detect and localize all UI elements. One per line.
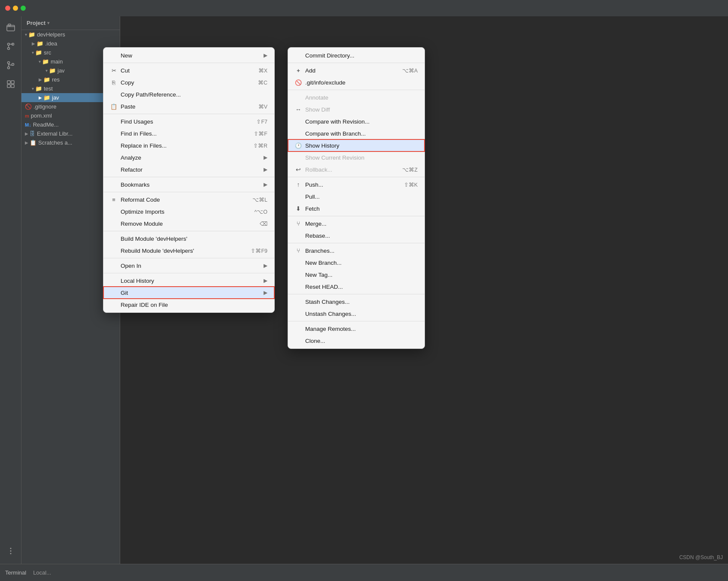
git-menu-pull[interactable]: Pull... <box>288 191 425 203</box>
add-icon: + <box>295 67 302 74</box>
menu-item-reformat[interactable]: ≡ Reformat Code ⌥⌘L <box>103 194 274 206</box>
menu-item-optimize[interactable]: Optimize Imports ^⌥O <box>103 206 274 218</box>
menu-item-find-files[interactable]: Find in Files... ⇧⌘F <box>103 127 274 139</box>
replace-files-icon <box>110 142 117 149</box>
local-history-icon <box>110 277 117 284</box>
top-bar <box>0 0 728 16</box>
menu-item-remove-module[interactable]: Remove Module ⌫ <box>103 218 274 230</box>
separator <box>288 90 425 90</box>
menu-label: Analyze <box>121 154 141 161</box>
menu-label: Branches... <box>305 248 334 254</box>
minimize-button[interactable] <box>13 6 18 11</box>
git-menu-unstash[interactable]: Unstash Changes... <box>288 308 425 320</box>
git-menu-commit-dir[interactable]: Commit Directory... <box>288 49 425 61</box>
sidebar-more-icon[interactable] <box>5 545 17 557</box>
submenu-arrow: ▶ <box>264 278 267 284</box>
git-menu-new-branch[interactable]: New Branch... <box>288 257 425 269</box>
sidebar-git-icon[interactable] <box>5 40 17 52</box>
git-menu-show-diff[interactable]: ↔ Show Diff <box>288 103 425 115</box>
tree-label: .gitignore <box>33 103 56 110</box>
shortcut: ^⌥O <box>254 209 267 215</box>
menu-item-bookmarks[interactable]: Bookmarks ▶ <box>103 179 274 191</box>
new-icon <box>110 52 117 59</box>
sidebar-plugins-icon[interactable] <box>5 78 17 90</box>
menu-item-paste[interactable]: 📋 Paste ⌘V <box>103 100 274 112</box>
stash-icon <box>295 298 302 305</box>
push-icon: ↑ <box>295 181 302 188</box>
svg-point-4 <box>7 48 9 50</box>
menu-label: Commit Directory... <box>305 52 355 59</box>
bottom-tab-local[interactable]: Local... <box>33 569 51 576</box>
menu-item-local-history[interactable]: Local History ▶ <box>103 275 274 287</box>
git-menu-manage-remotes[interactable]: Manage Remotes... <box>288 323 425 335</box>
git-menu-branches[interactable]: ⑂ Branches... <box>288 245 425 257</box>
tree-label: test <box>44 85 53 92</box>
separator <box>288 63 425 63</box>
shortcut: ⇧F7 <box>256 118 267 125</box>
git-menu-push[interactable]: ↑ Push... ⇧⌘K <box>288 179 425 191</box>
git-menu-show-history[interactable]: 🕐 Show History <box>288 139 425 151</box>
menu-item-copy[interactable]: ⎘ Copy ⌘C <box>103 76 274 88</box>
menu-item-repair-ide[interactable]: Repair IDE on File <box>103 299 274 311</box>
manage-remotes-icon <box>295 325 302 332</box>
git-menu-rebase[interactable]: Rebase... <box>288 230 425 242</box>
menu-label: Stash Changes... <box>305 299 350 305</box>
menu-item-build-module[interactable]: Build Module 'devHelpers' <box>103 233 274 245</box>
project-header[interactable]: Project ▾ <box>21 16 120 30</box>
menu-item-copy-path[interactable]: Copy Path/Reference... <box>103 88 274 100</box>
git-menu-rollback[interactable]: ↩ Rollback... ⌥⌘Z <box>288 163 425 176</box>
menu-item-rebuild-module[interactable]: Rebuild Module 'devHelpers' ⇧⌘F9 <box>103 245 274 257</box>
tree-label: Scratches a... <box>38 139 72 146</box>
svg-point-2 <box>7 43 9 45</box>
tree-label: jav <box>52 94 59 101</box>
git-menu-reset-head[interactable]: Reset HEAD... <box>288 281 425 293</box>
menu-label: Compare with Revision... <box>305 118 370 125</box>
submenu-arrow: ▶ <box>264 154 267 160</box>
git-menu-new-tag[interactable]: New Tag... <box>288 269 425 281</box>
git-menu-stash[interactable]: Stash Changes... <box>288 296 425 308</box>
shortcut: ⌥⌘A <box>402 67 418 74</box>
menu-item-analyze[interactable]: Analyze ▶ <box>103 151 274 163</box>
svg-point-6 <box>7 67 9 69</box>
menu-item-cut[interactable]: ✂ Cut ⌘X <box>103 64 274 76</box>
separator <box>103 231 274 231</box>
bottom-tab-terminal[interactable]: Terminal <box>5 569 26 576</box>
tree-item-devhelpers[interactable]: ▾ 📁 devHelpers <box>21 30 120 39</box>
menu-label: Repair IDE on File <box>121 302 168 308</box>
separator <box>103 258 274 258</box>
git-menu-merge[interactable]: ⑂ Merge... <box>288 218 425 230</box>
tree-label: External Libr... <box>37 130 73 137</box>
tree-item-idea[interactable]: ▶ 📁 .idea <box>21 39 120 48</box>
traffic-lights <box>5 6 26 11</box>
git-menu-compare-branch[interactable]: Compare with Branch... <box>288 127 425 139</box>
sidebar-project-icon[interactable] <box>5 21 17 33</box>
menu-label: Unstash Changes... <box>305 311 356 317</box>
show-diff-icon: ↔ <box>295 106 302 113</box>
copy-path-icon <box>110 91 117 98</box>
git-menu-fetch[interactable]: ⬇ Fetch <box>288 203 425 215</box>
menu-item-new[interactable]: New ▶ <box>103 49 274 61</box>
separator <box>288 294 425 294</box>
svg-rect-8 <box>7 81 10 84</box>
git-menu-current-revision[interactable]: Show Current Revision <box>288 151 425 163</box>
menu-item-replace-files[interactable]: Replace in Files... ⇧⌘R <box>103 139 274 151</box>
git-menu-compare-revision[interactable]: Compare with Revision... <box>288 115 425 127</box>
svg-rect-0 <box>7 25 15 31</box>
git-menu-add[interactable]: + Add ⌥⌘A <box>288 64 425 76</box>
menu-item-find-usages[interactable]: Find Usages ⇧F7 <box>103 115 274 127</box>
sidebar-branches-icon[interactable] <box>5 59 17 71</box>
branches-icon: ⑂ <box>295 247 302 254</box>
close-button[interactable] <box>5 6 10 11</box>
menu-item-git[interactable]: Git ▶ <box>103 287 274 299</box>
annotate-icon <box>295 94 302 101</box>
git-menu-annotate[interactable]: Annotate <box>288 91 425 103</box>
menu-item-refactor[interactable]: Refactor ▶ <box>103 163 274 176</box>
menu-item-open-in[interactable]: Open In ▶ <box>103 260 274 272</box>
show-history-icon: 🕐 <box>295 142 302 149</box>
git-menu-exclude[interactable]: 🚫 .git/info/exclude <box>288 76 425 88</box>
separator <box>288 321 425 321</box>
menu-label: Show History <box>305 142 340 149</box>
git-menu-clone[interactable]: Clone... <box>288 335 425 347</box>
menu-label: Clone... <box>305 338 325 344</box>
maximize-button[interactable] <box>21 6 26 11</box>
